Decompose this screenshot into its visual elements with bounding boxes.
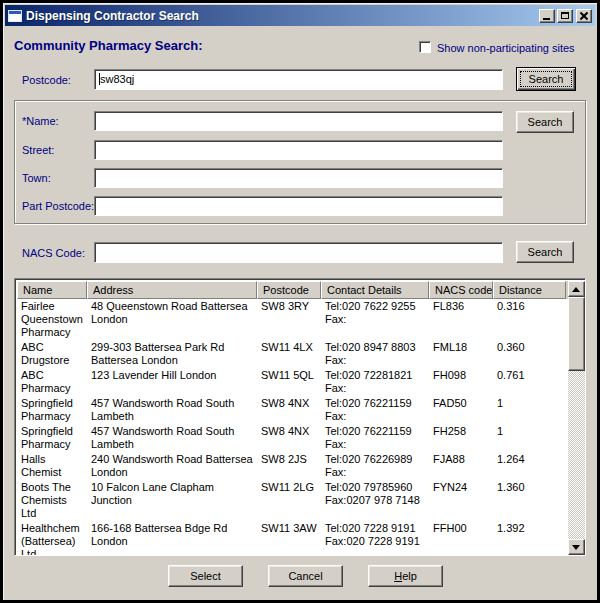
cell-postcode: SW11 2LG: [257, 480, 321, 521]
select-button[interactable]: Select: [168, 565, 243, 587]
column-header-contact-details[interactable]: Contact Details: [321, 281, 429, 299]
column-header-postcode[interactable]: Postcode: [257, 281, 321, 299]
cell-name: Springfield Pharmacy: [17, 424, 87, 452]
cell-fax: Fax:: [325, 354, 426, 367]
minimize-icon: [543, 18, 550, 20]
close-button[interactable]: [576, 9, 592, 23]
page-title: Community Pharmacy Search:: [14, 38, 203, 53]
cell-contact: Tel:020 76226989Fax:: [321, 452, 429, 480]
cell-contact: Tel:020 72281821Fax:: [321, 368, 429, 396]
cell-nacs: FH098: [429, 368, 493, 396]
cell-nacs: FYN24: [429, 480, 493, 521]
cell-distance: 1.392: [493, 521, 566, 555]
cell-nacs: FJA88: [429, 452, 493, 480]
cell-tel: Tel:020 72281821: [325, 369, 426, 382]
cell-distance: 1: [493, 396, 566, 424]
cell-nacs: FAD50: [429, 396, 493, 424]
part-postcode-label: Part Postcode:: [22, 200, 94, 212]
window-title: Dispensing Contractor Search: [26, 9, 539, 23]
postcode-label: Postcode:: [22, 74, 71, 86]
town-input[interactable]: [94, 168, 503, 188]
cell-contact: Tel:020 7622 9255Fax:: [321, 299, 429, 340]
dialog-window: Dispensing Contractor Search Community P…: [0, 0, 600, 603]
table-row[interactable]: Springfield Pharmacy457 Wandsworth Road …: [17, 396, 568, 424]
cell-fax: Fax:: [325, 438, 426, 451]
scroll-down-button[interactable]: [568, 539, 585, 555]
cell-name: Halls Chemist: [17, 452, 87, 480]
show-nonparticipating-checkbox[interactable]: [419, 41, 431, 53]
cell-postcode: SW8 3RY: [257, 299, 321, 340]
cell-name: ABC Pharmacy: [17, 368, 87, 396]
cell-nacs: FH258: [429, 424, 493, 452]
cell-tel: Tel:020 8947 8803: [325, 341, 426, 354]
street-input[interactable]: [94, 140, 503, 160]
show-nonparticipating-label: Show non-participating sites: [437, 42, 575, 54]
cell-postcode: SW11 5QL: [257, 368, 321, 396]
cell-tel: Tel:020 79785960: [325, 481, 426, 494]
cell-postcode: SW8 4NX: [257, 396, 321, 424]
results-listview: NameAddressPostcodeContact DetailsNACS c…: [14, 278, 586, 556]
nacs-search-button[interactable]: Search: [516, 241, 574, 263]
town-label: Town:: [22, 172, 51, 184]
table-row[interactable]: Halls Chemist240 Wandsworth Road Batters…: [17, 452, 568, 480]
scroll-down-icon: [572, 545, 580, 550]
name-search-button[interactable]: Search: [516, 111, 574, 133]
name-input[interactable]: [94, 111, 503, 131]
cell-distance: 0.316: [493, 299, 566, 340]
cell-distance: 0.761: [493, 368, 566, 396]
cell-distance: 1: [493, 424, 566, 452]
cell-distance: 1.360: [493, 480, 566, 521]
cell-address: 166-168 Battersea Bdge Rd London: [87, 521, 257, 555]
cell-contact: Tel:020 8947 8803Fax:: [321, 340, 429, 368]
cell-name: Healthchem (Battersea) Ltd: [17, 521, 87, 555]
title-bar[interactable]: Dispensing Contractor Search: [5, 5, 595, 26]
close-icon: [579, 11, 589, 21]
minimize-button[interactable]: [539, 9, 555, 23]
app-icon: [8, 10, 22, 22]
table-row[interactable]: ABC Drugstore299-303 Battersea Park Rd B…: [17, 340, 568, 368]
cell-name: Boots The Chemists Ltd: [17, 480, 87, 521]
table-row[interactable]: Healthchem (Battersea) Ltd166-168 Batter…: [17, 521, 568, 555]
scrollbar-thumb[interactable]: [568, 297, 585, 371]
column-header-nacs-code[interactable]: NACS code: [429, 281, 493, 299]
cancel-button[interactable]: Cancel: [268, 565, 343, 587]
cell-tel: Tel:020 7228 9191: [325, 522, 426, 535]
postcode-input[interactable]: sw83qj: [94, 69, 503, 90]
cell-fax: Fax:: [325, 410, 426, 423]
cell-postcode: SW11 4LX: [257, 340, 321, 368]
street-label: Street:: [22, 144, 54, 156]
part-postcode-input[interactable]: [94, 196, 503, 216]
cell-address: 457 Wandsworth Road South Lambeth: [87, 424, 257, 452]
table-row[interactable]: Boots The Chemists Ltd10 Falcon Lane Cla…: [17, 480, 568, 521]
scroll-up-icon: [572, 287, 580, 292]
table-row[interactable]: ABC Pharmacy123 Lavender Hill LondonSW11…: [17, 368, 568, 396]
help-button[interactable]: Help: [368, 565, 443, 587]
cell-distance: 0.360: [493, 340, 566, 368]
cell-fax: Fax:020 7228 9191: [325, 535, 426, 548]
nacs-code-input[interactable]: [94, 242, 503, 263]
scrollbar-track[interactable]: [568, 371, 585, 539]
cell-name: ABC Drugstore: [17, 340, 87, 368]
column-header-name[interactable]: Name: [17, 281, 87, 299]
cell-address: 123 Lavender Hill London: [87, 368, 257, 396]
scroll-up-button[interactable]: [568, 281, 585, 297]
table-row[interactable]: Springfield Pharmacy457 Wandsworth Road …: [17, 424, 568, 452]
cell-address: 48 Queenstown Road Battersea London: [87, 299, 257, 340]
cell-fax: Fax:: [325, 313, 426, 326]
cell-tel: Tel:020 76226989: [325, 453, 426, 466]
maximize-button[interactable]: [557, 9, 573, 23]
cell-name: Springfield Pharmacy: [17, 396, 87, 424]
cell-tel: Tel:020 76221159: [325, 425, 426, 438]
table-row[interactable]: Fairlee Queenstown Pharmacy48 Queenstown…: [17, 299, 568, 340]
cell-tel: Tel:020 7622 9255: [325, 300, 426, 313]
vertical-scrollbar[interactable]: [568, 281, 585, 555]
maximize-icon: [561, 12, 569, 19]
cell-name: Fairlee Queenstown Pharmacy: [17, 299, 87, 340]
column-header-distance[interactable]: Distance: [493, 281, 566, 299]
cell-nacs: FL836: [429, 299, 493, 340]
postcode-search-button[interactable]: Search: [516, 67, 576, 91]
column-header-address[interactable]: Address: [87, 281, 257, 299]
cell-nacs: FFH00: [429, 521, 493, 555]
cell-address: 457 Wandsworth Road South Lambeth: [87, 396, 257, 424]
cell-contact: Tel:020 7228 9191Fax:020 7228 9191: [321, 521, 429, 555]
